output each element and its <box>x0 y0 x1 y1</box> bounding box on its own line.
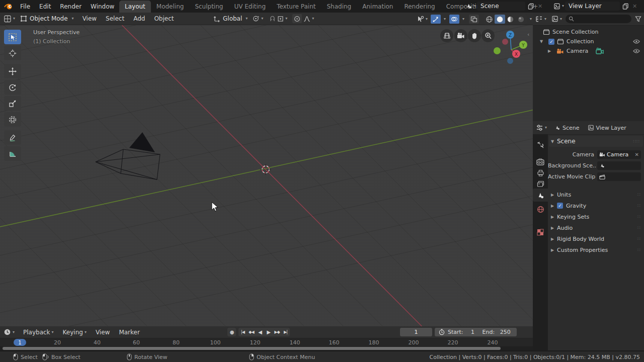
start-frame-field[interactable]: 1 <box>466 329 479 335</box>
breadcrumb-view-layer[interactable]: View Layer <box>588 125 626 131</box>
chevron-down-icon[interactable]: ▾ <box>530 17 532 21</box>
menu-view[interactable]: View <box>78 13 101 25</box>
proportional-editing-toggle[interactable] <box>292 14 302 23</box>
current-frame-field[interactable]: 1 <box>400 328 432 336</box>
tab-scene[interactable] <box>533 189 548 202</box>
menu-playback[interactable]: Playback▾ <box>19 326 58 338</box>
editor-type-button[interactable]: ▾ <box>4 15 15 23</box>
tab-tool[interactable] <box>533 138 548 151</box>
view-layer-name-field[interactable]: View Layer <box>565 2 620 11</box>
outliner-display-mode-button[interactable]: ▾ <box>551 16 562 22</box>
outliner-row-collection[interactable]: ▼ ✓ Collection <box>533 37 644 46</box>
tool-transform[interactable] <box>4 112 21 127</box>
camera-view-button[interactable] <box>454 29 467 42</box>
breadcrumb-scene[interactable]: Scene <box>554 125 580 131</box>
pivot-point-dropdown[interactable]: ▾ <box>252 15 263 22</box>
workspace-tab-sculpting[interactable]: Sculpting <box>189 1 228 13</box>
panel-gravity[interactable]: ▶ ✓ Gravity ∷ <box>548 200 644 211</box>
menu-select[interactable]: Select <box>101 13 129 25</box>
panel-rigid-body-world[interactable]: ▶ Rigid Body World ∷ <box>548 233 644 244</box>
pan-view-button[interactable] <box>468 29 481 42</box>
orientation-dropdown[interactable]: Global ▾ <box>213 15 248 22</box>
timeline-scrollbar[interactable] <box>0 346 533 350</box>
tab-texture[interactable] <box>533 226 548 239</box>
toggle-perspective-button[interactable] <box>440 29 453 42</box>
remove-view-layer-button[interactable]: ✕ <box>631 3 638 10</box>
tab-world[interactable] <box>533 203 548 216</box>
viewport-3d[interactable]: Z Y X User Perspective (1) Collection <box>0 25 533 326</box>
menu-marker[interactable]: Marker <box>114 326 144 338</box>
play-reverse-button[interactable]: ◀ <box>256 328 264 336</box>
gizmo-toggle[interactable] <box>431 15 441 24</box>
menu-object[interactable]: Object <box>149 13 178 25</box>
menu-window[interactable]: Window <box>86 1 119 13</box>
menu-edit[interactable]: Edit <box>35 1 55 13</box>
outliner-row-scene-collection[interactable]: Scene Collection <box>533 27 644 37</box>
falloff-dropdown[interactable]: ▾ <box>303 16 314 22</box>
collection-checkbox[interactable]: ✓ <box>548 39 554 45</box>
outliner-editor-type-button[interactable]: ▾ <box>535 16 546 23</box>
zoom-view-button[interactable] <box>481 29 495 42</box>
camera-property-field[interactable]: Camera ✕ <box>597 150 641 159</box>
shading-wireframe-button[interactable] <box>484 15 495 24</box>
workspace-tab-texture-paint[interactable]: Texture Paint <box>271 1 321 13</box>
panel-custom-properties[interactable]: ▶ Custom Properties ∷ <box>548 244 644 255</box>
xray-toggle[interactable] <box>469 15 479 24</box>
blender-logo-icon[interactable] <box>4 3 13 10</box>
menu-file[interactable]: File <box>16 1 35 13</box>
outliner-row-camera[interactable]: ▶ Camera <box>533 46 644 56</box>
panel-audio[interactable]: ▶ Audio ∷ <box>548 222 644 233</box>
hide-in-viewport-eye-icon[interactable] <box>633 39 640 44</box>
scene-panel-header[interactable]: ▼ Scene ∷∷ <box>549 136 643 147</box>
workspace-tab-rendering[interactable]: Rendering <box>398 1 440 13</box>
tool-select-box[interactable] <box>4 30 21 44</box>
add-view-layer-button[interactable] <box>621 2 630 11</box>
snap-toggle[interactable] <box>269 15 276 22</box>
timeline-editor-type-button[interactable]: ▾ <box>4 328 15 336</box>
new-scene-button[interactable] <box>526 2 536 11</box>
unlink-scene-button[interactable]: ✕ <box>537 3 543 10</box>
sidebar-toggle-chevron[interactable]: ‹ <box>527 31 529 38</box>
next-keyframe-button[interactable]: ▶◆ <box>273 328 281 336</box>
overlays-toggle[interactable] <box>449 15 459 24</box>
workspace-tab-layout[interactable]: Layout <box>119 1 151 13</box>
menu-keying[interactable]: Keying▾ <box>58 326 91 338</box>
tool-scale[interactable] <box>4 96 21 111</box>
shading-material-button[interactable] <box>505 15 516 24</box>
jump-to-start-button[interactable]: |◀ <box>238 328 247 336</box>
snap-target-dropdown[interactable]: ▾ <box>277 16 287 22</box>
panel-units[interactable]: ▶ Units ∷ <box>548 189 644 200</box>
scene-browse-button[interactable]: ▾ <box>465 3 476 10</box>
hide-in-viewport-eye-icon[interactable] <box>633 49 640 53</box>
timeline-ruler[interactable]: 1 20 40 60 80 100 120 140 160 180 200 22… <box>0 338 533 347</box>
chevron-down-icon[interactable]: ▾ <box>462 17 464 21</box>
camera-data-icon[interactable] <box>596 48 604 54</box>
shading-rendered-button[interactable] <box>516 15 526 24</box>
menu-render[interactable]: Render <box>55 1 86 13</box>
tool-cursor[interactable] <box>4 46 21 60</box>
menu-add[interactable]: Add <box>129 13 149 25</box>
view-layer-browse-button[interactable]: ▾ <box>553 3 564 10</box>
gravity-checkbox[interactable]: ✓ <box>557 203 563 209</box>
shading-solid-button[interactable] <box>495 15 505 24</box>
workspace-tab-animation[interactable]: Animation <box>357 1 398 13</box>
playhead[interactable]: 1 <box>14 339 26 346</box>
tool-rotate[interactable] <box>4 80 21 95</box>
play-button[interactable]: ▶ <box>264 328 273 336</box>
prev-keyframe-button[interactable]: ◆◀ <box>247 328 256 336</box>
outliner-search-input[interactable] <box>566 15 631 23</box>
tool-annotate[interactable] <box>4 130 21 145</box>
scene-name-field[interactable]: Scene <box>477 2 525 11</box>
expand-arrow-icon[interactable]: ▼ <box>540 39 546 44</box>
object-visibility-dropdown[interactable]: ▾ <box>417 16 428 23</box>
workspace-tab-uv-editing[interactable]: UV Editing <box>228 1 271 13</box>
properties-editor-type-button[interactable]: ▾ <box>536 124 547 131</box>
workspace-tab-modeling[interactable]: Modeling <box>151 1 190 13</box>
panel-grip-icon[interactable]: ∷∷ <box>633 139 640 144</box>
menu-view-timeline[interactable]: View <box>91 326 114 338</box>
outliner-filter-button[interactable] <box>635 16 641 22</box>
jump-to-end-button[interactable]: ▶| <box>281 328 290 336</box>
scrollbar-thumb[interactable] <box>3 347 501 350</box>
auto-keyframe-record-button[interactable]: ● <box>227 328 236 336</box>
workspace-tab-shading[interactable]: Shading <box>321 1 357 13</box>
